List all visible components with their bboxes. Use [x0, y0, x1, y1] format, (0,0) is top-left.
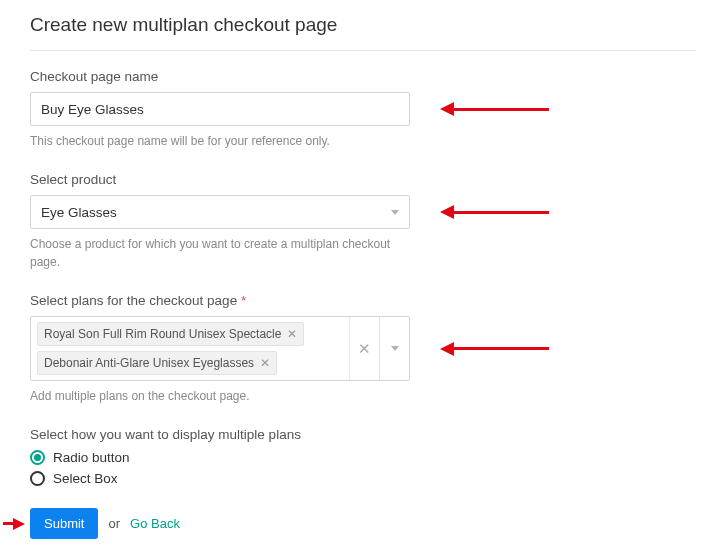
- required-asterisk: *: [241, 293, 246, 308]
- product-helper: Choose a product for which you want to c…: [30, 235, 420, 271]
- or-text: or: [108, 516, 120, 531]
- radio-icon: [30, 450, 45, 465]
- display-label: Select how you want to display multiple …: [30, 427, 696, 442]
- chevron-down-icon: [391, 346, 399, 351]
- submit-button[interactable]: Submit: [30, 508, 98, 539]
- plan-tag-label: Debonair Anti-Glare Unisex Eyeglasses: [44, 356, 254, 370]
- annotation-arrow: [440, 102, 549, 116]
- remove-tag-icon[interactable]: ✕: [260, 357, 270, 369]
- clear-all-button[interactable]: ✕: [349, 317, 379, 380]
- annotation-arrow: [440, 342, 549, 356]
- go-back-link[interactable]: Go Back: [130, 516, 180, 531]
- radio-option-label: Radio button: [53, 450, 130, 465]
- remove-tag-icon[interactable]: ✕: [287, 328, 297, 340]
- field-select-plans: Select plans for the checkout page * Roy…: [30, 293, 696, 405]
- radio-option-radio-button[interactable]: Radio button: [30, 450, 696, 465]
- checkout-name-helper: This checkout page name will be for your…: [30, 132, 420, 150]
- field-checkout-name: Checkout page name This checkout page na…: [30, 69, 696, 150]
- plans-multiselect[interactable]: Royal Son Full Rim Round Unisex Spectacl…: [30, 316, 410, 381]
- caret-down-icon: [391, 210, 399, 215]
- plan-tag-label: Royal Son Full Rim Round Unisex Spectacl…: [44, 327, 281, 341]
- plans-tags: Royal Son Full Rim Round Unisex Spectacl…: [31, 317, 349, 380]
- radio-icon: [30, 471, 45, 486]
- radio-option-select-box[interactable]: Select Box: [30, 471, 696, 486]
- plan-tag: Debonair Anti-Glare Unisex Eyeglasses ✕: [37, 351, 277, 375]
- product-select[interactable]: Eye Glasses: [30, 195, 410, 229]
- annotation-arrow: [3, 518, 25, 530]
- annotation-arrow: [440, 205, 549, 219]
- plans-helper: Add multiple plans on the checkout page.: [30, 387, 420, 405]
- plans-label: Select plans for the checkout page *: [30, 293, 696, 308]
- form-actions: Submit or Go Back: [30, 508, 696, 539]
- divider: [30, 50, 696, 51]
- page-title: Create new multiplan checkout page: [30, 14, 696, 36]
- field-select-product: Select product Eye Glasses Choose a prod…: [30, 172, 696, 271]
- field-display-option: Select how you want to display multiple …: [30, 427, 696, 486]
- product-label: Select product: [30, 172, 696, 187]
- checkout-name-label: Checkout page name: [30, 69, 696, 84]
- product-selected-value: Eye Glasses: [41, 205, 117, 220]
- plan-tag: Royal Son Full Rim Round Unisex Spectacl…: [37, 322, 304, 346]
- radio-option-label: Select Box: [53, 471, 118, 486]
- checkout-name-input[interactable]: [30, 92, 410, 126]
- plans-label-text: Select plans for the checkout page: [30, 293, 237, 308]
- close-icon: ✕: [358, 340, 371, 358]
- open-dropdown-button[interactable]: [379, 317, 409, 380]
